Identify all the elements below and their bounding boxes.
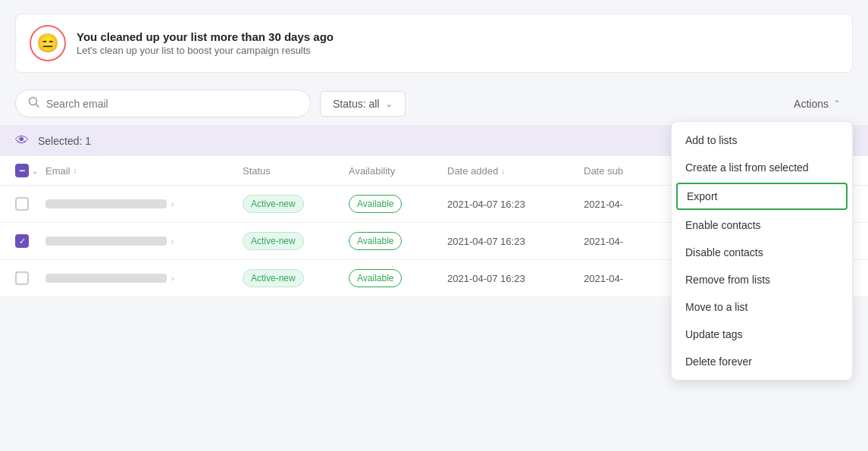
selected-count: Selected: 1 <box>38 135 91 147</box>
row-3-email-blurred <box>45 274 167 283</box>
row-3-checkbox-cell <box>15 271 45 285</box>
header-checkbox-cell: − ⌄ <box>15 164 45 177</box>
dropdown-item-delete-forever[interactable]: Delete forever <box>672 348 852 375</box>
cleanup-banner: 😑 You cleaned up your list more than 30 … <box>15 14 853 73</box>
row-1-date-added: 2021-04-07 16:23 <box>447 199 584 210</box>
row-3-status-badge: Active-new <box>243 269 304 287</box>
row-3-date-added: 2021-04-07 16:23 <box>447 273 584 284</box>
actions-dropdown-menu: Add to lists Create a list from selected… <box>671 121 853 381</box>
row-3-email: › <box>45 274 243 283</box>
row-2-date-added: 2021-04-07 16:23 <box>447 236 584 247</box>
row-3-status: Active-new <box>243 269 349 287</box>
row-2-status: Active-new <box>243 232 349 250</box>
row-2-email: › <box>45 236 243 246</box>
header-status: Status <box>243 165 349 177</box>
header-checkbox[interactable]: − <box>15 164 29 177</box>
dropdown-item-disable-contacts[interactable]: Disable contacts <box>672 239 852 266</box>
banner-text: You cleaned up your list more than 30 da… <box>77 30 334 56</box>
dropdown-item-remove-from-lists[interactable]: Remove from lists <box>672 266 852 293</box>
row-3-availability: Available <box>349 269 447 287</box>
row-1-checkbox-cell <box>15 197 45 211</box>
row-1-status: Active-new <box>243 195 349 213</box>
row-1-availability: Available <box>349 195 447 213</box>
banner-title: You cleaned up your list more than 30 da… <box>77 30 334 43</box>
actions-button[interactable]: Actions ⌃ <box>782 92 853 116</box>
row-2-expand-icon[interactable]: › <box>171 237 174 246</box>
dropdown-item-enable-contacts[interactable]: Enable contacts <box>672 211 852 239</box>
search-input[interactable] <box>46 98 298 110</box>
row-3-availability-badge: Available <box>349 269 402 287</box>
row-2-status-badge: Active-new <box>243 232 304 250</box>
search-box[interactable] <box>15 89 311 117</box>
row-1-checkbox[interactable] <box>15 197 29 211</box>
chevron-up-icon: ⌃ <box>833 99 841 109</box>
actions-label: Actions <box>794 98 829 110</box>
row-2-availability-badge: Available <box>349 232 402 250</box>
row-2-checkbox-cell: ✓ <box>15 234 45 248</box>
email-sort-icon[interactable]: ↕ <box>74 167 77 175</box>
header-availability: Availability <box>349 165 447 177</box>
header-checkbox-dropdown-icon[interactable]: ⌄ <box>32 167 38 175</box>
search-icon <box>28 96 40 111</box>
dropdown-item-move-to-list[interactable]: Move to a list <box>672 293 852 321</box>
selected-icon: 👁 <box>15 133 29 149</box>
row-2-availability: Available <box>349 232 447 250</box>
header-email: Email ↕ <box>45 165 243 177</box>
row-1-status-badge: Active-new <box>243 195 304 213</box>
status-label: Status: all <box>333 98 379 110</box>
svg-line-1 <box>36 105 39 108</box>
date-sort-icon[interactable]: ↓ <box>501 167 505 175</box>
row-1-expand-icon[interactable]: › <box>171 200 174 208</box>
row-3-checkbox[interactable] <box>15 271 29 285</box>
row-1-email: › <box>45 199 243 208</box>
row-2-email-blurred <box>45 236 167 246</box>
row-3-expand-icon[interactable]: › <box>171 274 174 283</box>
dropdown-item-update-tags[interactable]: Update tags <box>672 321 852 348</box>
dropdown-item-create-list[interactable]: Create a list from selected <box>672 154 852 181</box>
status-dropdown[interactable]: Status: all ⌄ <box>320 91 406 117</box>
row-2-checkbox[interactable]: ✓ <box>15 234 29 248</box>
dropdown-item-export[interactable]: Export <box>676 183 848 210</box>
banner-subtitle: Let's clean up your list to boost your c… <box>77 45 334 56</box>
toolbar: Status: all ⌄ Actions ⌃ Add to lists Cre… <box>0 82 868 125</box>
row-1-email-blurred <box>45 199 167 208</box>
header-date-added: Date added ↓ <box>447 165 584 177</box>
chevron-down-icon: ⌄ <box>385 99 393 109</box>
row-1-availability-badge: Available <box>349 195 402 213</box>
banner-icon: 😑 <box>30 25 66 61</box>
dropdown-item-add-to-lists[interactable]: Add to lists <box>672 127 852 154</box>
